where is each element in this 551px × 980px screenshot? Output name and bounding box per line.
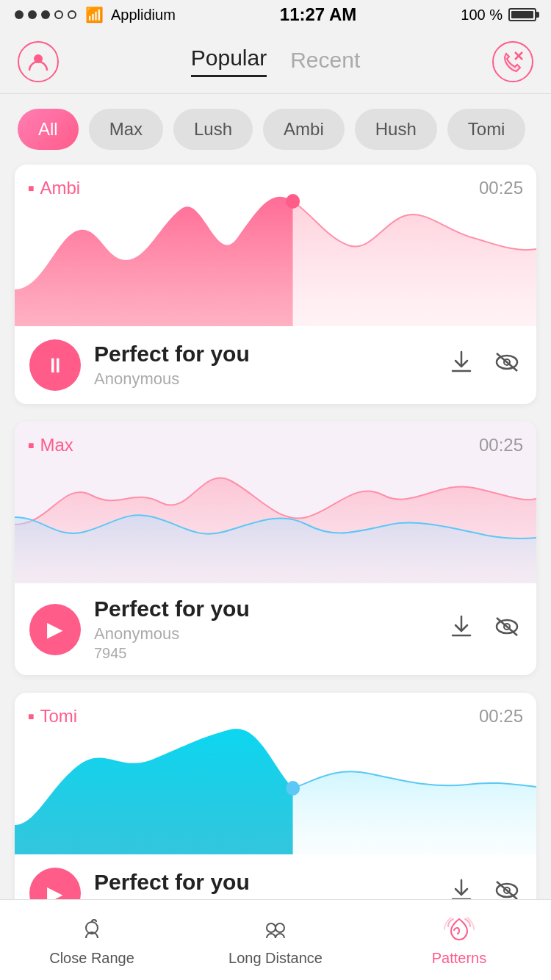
visibility-button-ambi[interactable]: [492, 349, 522, 381]
play-icon-max: ▶: [47, 617, 63, 641]
play-button-max[interactable]: ▶: [29, 604, 81, 655]
battery-icon: [508, 8, 536, 21]
card-max: Max 00:25: [15, 422, 536, 675]
chart-label-max: Max: [28, 435, 73, 455]
card-tomi: Tomi 00:25: [15, 693, 536, 932]
nav-header: Popular Recent: [0, 29, 551, 94]
card-title-tomi: Perfect for you: [94, 870, 435, 895]
filter-all[interactable]: All: [18, 109, 79, 150]
close-range-icon: [76, 913, 108, 945]
card-actions-max: [448, 613, 522, 646]
svg-point-15: [267, 923, 276, 932]
tab-label-patterns: Patterns: [432, 950, 486, 967]
wifi-icon: 📶: [85, 6, 104, 24]
card-author-max: Anonymous: [94, 624, 435, 644]
chart-time-ambi: 00:25: [479, 178, 523, 198]
card-info-max: ▶ Perfect for you Anonymous 7945: [15, 583, 536, 675]
chart-tomi: Tomi 00:25: [15, 693, 536, 854]
visibility-button-max[interactable]: [492, 613, 522, 646]
tab-bar: Close Range Long Distance Patterns: [0, 899, 551, 980]
main-content: Ambi 00:25: [0, 165, 551, 980]
battery-percent: 100 %: [461, 7, 503, 24]
filter-bar: All Max Lush Ambi Hush Tomi: [0, 94, 551, 165]
chart-label-ambi: Ambi: [28, 178, 80, 198]
signal-dot-2: [28, 10, 37, 19]
card-info-ambi: ⏸ Perfect for you Anonymous: [15, 326, 536, 404]
card-text-ambi: Perfect for you Anonymous: [94, 342, 435, 389]
chart-svg-ambi: [15, 165, 536, 326]
tab-close-range[interactable]: Close Range: [0, 913, 184, 967]
status-left: 📶 Applidium: [15, 6, 176, 24]
battery-fill: [511, 11, 533, 18]
filter-tomi[interactable]: Tomi: [447, 109, 526, 150]
svg-point-16: [276, 923, 284, 932]
svg-point-3: [286, 194, 300, 209]
status-right: 100 %: [461, 7, 536, 24]
chart-ambi: Ambi 00:25: [15, 165, 536, 326]
chart-time-tomi: 00:25: [479, 706, 523, 727]
card-actions-ambi: [448, 349, 522, 381]
download-button-max[interactable]: [448, 613, 475, 646]
svg-point-10: [286, 781, 300, 796]
pause-icon: ⏸: [45, 353, 65, 378]
time-display: 11:27 AM: [280, 4, 356, 25]
patterns-icon: [441, 913, 478, 945]
tab-label-long-distance: Long Distance: [228, 950, 323, 967]
card-text-max: Perfect for you Anonymous 7945: [94, 597, 435, 662]
filter-hush[interactable]: Hush: [355, 109, 437, 150]
filter-ambi[interactable]: Ambi: [263, 109, 345, 150]
tab-popular[interactable]: Popular: [191, 46, 267, 77]
user-avatar[interactable]: [18, 41, 59, 82]
chart-max: Max 00:25: [15, 422, 536, 583]
tab-long-distance[interactable]: Long Distance: [184, 913, 367, 967]
chart-svg-max: [15, 422, 536, 583]
tab-recent[interactable]: Recent: [290, 48, 360, 77]
card-title-max: Perfect for you: [94, 597, 435, 621]
signal-dot-1: [15, 10, 24, 19]
filter-max[interactable]: Max: [89, 109, 163, 150]
card-author-ambi: Anonymous: [94, 370, 435, 389]
nav-tabs: Popular Recent: [191, 46, 360, 77]
signal-dot-4: [54, 10, 63, 19]
chart-time-max: 00:25: [479, 435, 523, 455]
download-button-ambi[interactable]: [448, 349, 475, 381]
eye-slash-icon-max: [492, 613, 522, 640]
tab-patterns[interactable]: Patterns: [367, 913, 551, 967]
tab-label-close-range: Close Range: [49, 950, 134, 967]
pause-button-ambi[interactable]: ⏸: [29, 339, 81, 391]
carrier-label: Applidium: [111, 7, 176, 24]
signal-dot-5: [68, 10, 76, 19]
download-icon-max: [448, 613, 475, 640]
chart-label-tomi: Tomi: [28, 706, 77, 727]
eye-slash-icon-ambi: [492, 349, 522, 375]
download-icon-ambi: [448, 349, 475, 375]
signal-dot-3: [41, 10, 50, 19]
long-distance-icon: [259, 913, 292, 945]
status-bar: 📶 Applidium 11:27 AM 100 %: [0, 0, 551, 29]
phone-icon-btn[interactable]: [492, 41, 533, 82]
card-count-max: 7945: [94, 645, 435, 662]
card-ambi: Ambi 00:25: [15, 165, 536, 404]
card-title-ambi: Perfect for you: [94, 342, 435, 367]
filter-lush[interactable]: Lush: [173, 109, 253, 150]
chart-svg-tomi: [15, 693, 536, 854]
